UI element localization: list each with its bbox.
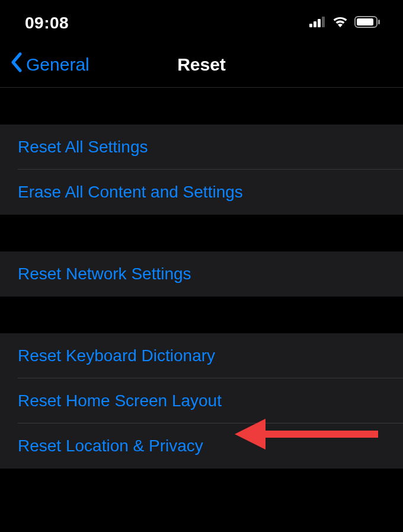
status-icons [309,16,380,30]
section-spacer [0,297,403,333]
battery-icon [354,16,380,30]
back-label: General [26,55,89,75]
svg-rect-5 [357,18,373,26]
nav-bar: General Reset [0,42,403,88]
status-bar: 09:08 [0,0,403,42]
section-spacer [0,88,403,125]
erase-all-content-and-settings[interactable]: Erase All Content and Settings [0,170,403,215]
svg-rect-1 [314,21,316,27]
svg-rect-0 [309,24,312,27]
svg-rect-2 [318,19,321,27]
back-button[interactable]: General [11,52,89,77]
cellular-icon [309,17,326,30]
svg-rect-6 [378,20,380,24]
list-group: Reset All Settings Erase All Content and… [0,125,403,215]
reset-all-settings[interactable]: Reset All Settings [0,125,403,170]
list-group: Reset Network Settings [0,251,403,297]
reset-network-settings[interactable]: Reset Network Settings [0,251,403,297]
section-spacer [0,215,403,251]
reset-home-screen-layout[interactable]: Reset Home Screen Layout [0,378,403,423]
wifi-icon [332,16,348,30]
list-group: Reset Keyboard Dictionary Reset Home Scr… [0,333,403,469]
chevron-left-icon [11,52,23,77]
status-time: 09:08 [25,14,69,33]
reset-keyboard-dictionary[interactable]: Reset Keyboard Dictionary [0,333,403,378]
reset-location-privacy[interactable]: Reset Location & Privacy [0,423,403,469]
svg-rect-3 [322,17,325,27]
